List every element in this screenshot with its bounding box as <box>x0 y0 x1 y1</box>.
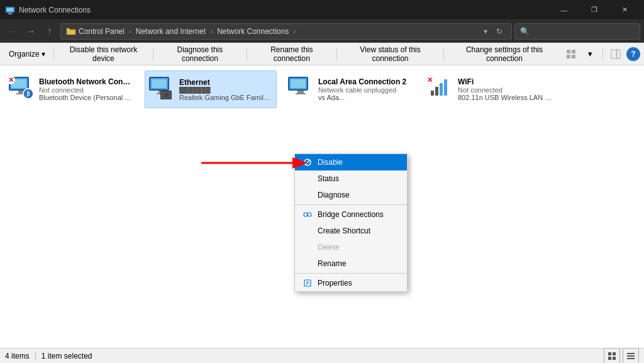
close-button[interactable]: ✕ <box>610 0 639 20</box>
svg-rect-26 <box>627 358 635 359</box>
change-settings-button[interactable]: Change settings of this connection <box>447 45 562 63</box>
view-dropdown-button[interactable]: ▾ <box>582 46 598 62</box>
help-button[interactable]: ? <box>626 47 640 61</box>
statusbar: 4 items | 1 item selected <box>0 348 644 363</box>
ethernet-monitor-icon <box>149 77 169 91</box>
delete-label: Delete <box>318 243 340 252</box>
context-menu: Disable Status Diagnose Bridge Connectio… <box>294 154 408 292</box>
wifi-icon-wrap: ✕ <box>428 77 453 102</box>
view-large-icons-button[interactable] <box>563 46 579 62</box>
back-button[interactable]: ← <box>4 23 20 40</box>
status-separator: | <box>35 352 36 360</box>
statusbar-list-btn[interactable] <box>623 348 639 364</box>
properties-icon <box>303 278 313 288</box>
shortcut-spacer <box>303 226 313 236</box>
properties-label: Properties <box>318 279 352 288</box>
organize-label: Organize <box>9 50 40 59</box>
titlebar-app-icon <box>5 5 15 15</box>
organize-arrow: ▾ <box>42 50 45 59</box>
context-menu-rename[interactable]: Rename <box>295 255 407 272</box>
rename-ctx-label: Rename <box>318 259 346 268</box>
preview-pane-button[interactable] <box>608 46 624 62</box>
bridge-label: Bridge Connections <box>318 210 384 219</box>
network-item-bluetooth[interactable]: β ✕ Bluetooth Network Connection Not con… <box>5 70 137 108</box>
diagnose-label: Diagnose this connection <box>162 45 238 63</box>
disable-network-button[interactable]: Disable this network device <box>57 45 150 63</box>
maximize-button[interactable]: ❐ <box>580 0 609 20</box>
wifi-device: 802.11n USB Wireless LAN Card <box>458 94 552 101</box>
status-label: Status <box>318 174 339 183</box>
diagnose-spacer <box>303 190 313 200</box>
shortcut-label: Create Shortcut <box>318 226 370 235</box>
context-menu-bridge[interactable]: Bridge Connections <box>295 206 407 223</box>
svg-rect-25 <box>627 355 635 357</box>
organize-button[interactable]: Organize ▾ <box>4 45 50 63</box>
titlebar-title: Network Connections <box>19 6 550 14</box>
context-menu-disable[interactable]: Disable <box>295 154 407 170</box>
lan2-icon-wrap <box>288 77 313 102</box>
bridge-icon <box>303 209 313 220</box>
svg-rect-4 <box>567 50 570 53</box>
toolbar-separator-4 <box>336 48 337 60</box>
network-item-ethernet[interactable]: ⬛ Ethernet ███████ Realtek Gaming GbE Fa… <box>145 70 277 108</box>
address-box[interactable]: Control Panel › Network and Internet › N… <box>60 23 512 40</box>
change-settings-label: Change settings of this connection <box>452 45 557 63</box>
lan2-info: Local Area Connection 2 Network cable un… <box>318 77 413 101</box>
svg-rect-20 <box>608 352 611 355</box>
context-menu-diagnose[interactable]: Diagnose <box>295 187 407 203</box>
network-item-lan2[interactable]: Local Area Connection 2 Network cable un… <box>284 70 416 108</box>
addressbar: ← → ↑ Control Panel › Network and Intern… <box>0 20 644 43</box>
refresh-button[interactable]: ↻ <box>492 27 506 36</box>
statusbar-large-icon-btn[interactable] <box>604 348 620 364</box>
crumb-network-internet: Network and Internet <box>136 27 206 36</box>
wifi-name: WiFi <box>458 77 552 86</box>
svg-rect-1 <box>7 8 13 11</box>
large-icons-icon <box>566 49 576 59</box>
crumb-network-connections: Network Connections <box>217 27 289 36</box>
context-menu-delete: Delete <box>295 239 407 255</box>
titlebar: Network Connections — ❐ ✕ <box>0 0 644 20</box>
bluetooth-info: Bluetooth Network Connection Not connect… <box>39 77 133 101</box>
minimize-button[interactable]: — <box>550 0 579 20</box>
svg-rect-6 <box>567 55 570 59</box>
delete-spacer <box>303 242 313 252</box>
help-label: ? <box>631 50 635 59</box>
up-button[interactable]: ↑ <box>42 23 58 40</box>
ethernet-name: Ethernet <box>179 78 272 87</box>
svg-rect-7 <box>572 55 575 59</box>
context-menu-status[interactable]: Status <box>295 170 407 187</box>
bluetooth-status: Not connected <box>39 86 133 94</box>
toolbar-right: ▾ ? <box>563 46 640 62</box>
bluetooth-name: Bluetooth Network Connection <box>39 77 133 86</box>
preview-pane-icon <box>611 49 621 59</box>
view-status-button[interactable]: View status of this connection <box>340 45 440 63</box>
items-count: 4 items <box>5 352 30 360</box>
context-menu-shortcut[interactable]: Create Shortcut <box>295 223 407 239</box>
lan2-monitor-icon <box>288 77 308 91</box>
search-icon: 🔍 <box>520 27 530 36</box>
wifi-status: Not connected <box>458 86 552 94</box>
disable-icon <box>303 157 313 167</box>
search-box[interactable]: 🔍 <box>514 23 640 40</box>
svg-point-12 <box>304 213 308 216</box>
context-menu-properties[interactable]: Properties <box>295 275 407 291</box>
rename-ctx-spacer <box>303 259 313 269</box>
titlebar-controls: — ❐ ✕ <box>550 0 639 20</box>
toolbar-separator-5 <box>443 48 444 60</box>
rename-button[interactable]: Rename this connection <box>250 45 334 63</box>
wifi-info: WiFi Not connected 802.11n USB Wireless … <box>458 77 552 101</box>
ethernet-icon-wrap: ⬛ <box>149 77 174 102</box>
crumb-sep-1: › <box>129 27 131 36</box>
address-dropdown[interactable]: ▾ <box>484 27 487 36</box>
error-icon-wifi: ✕ <box>425 75 434 84</box>
network-item-wifi[interactable]: ✕ WiFi Not connected 802.11n USB Wireles… <box>424 70 556 108</box>
disable-label: Disable this network device <box>62 45 145 63</box>
error-icon-bluetooth: ✕ <box>6 75 15 84</box>
folder-icon <box>66 27 76 36</box>
diagnose-button[interactable]: Diagnose this connection <box>157 45 243 63</box>
svg-point-13 <box>308 213 311 216</box>
main-content: β ✕ Bluetooth Network Connection Not con… <box>0 65 644 363</box>
svg-rect-8 <box>611 50 616 59</box>
window: Network Connections — ❐ ✕ ← → ↑ Control … <box>0 0 644 363</box>
forward-button[interactable]: → <box>23 23 39 40</box>
